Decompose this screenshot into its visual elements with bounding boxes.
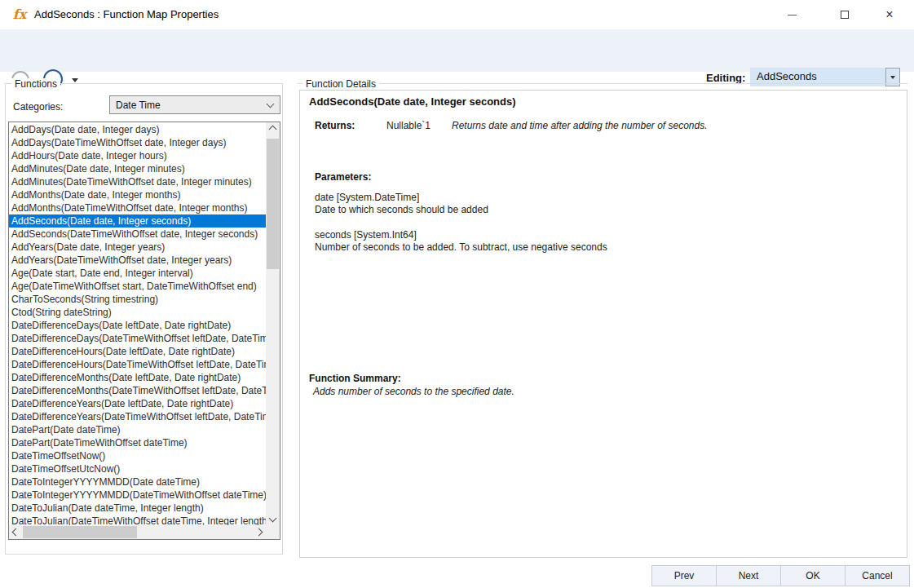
list-item[interactable]: DateTimeOffsetUtcNow() — [9, 462, 266, 475]
list-item[interactable]: DateToIntegerYYYYMMDD(DateTimeWithOffset… — [9, 489, 266, 502]
parameter-declaration: date [System.DateTime] — [315, 192, 899, 204]
list-item[interactable]: AddMinutes(DateTimeWithOffset date, Inte… — [9, 175, 266, 188]
chevron-right-icon — [255, 528, 263, 537]
horizontal-scrollbar[interactable] — [9, 525, 266, 539]
maximize-button[interactable] — [826, 0, 863, 29]
list-item[interactable]: AddMonths(Date date, Integer months) — [9, 188, 266, 201]
forward-dropdown-caret-icon[interactable] — [72, 78, 78, 82]
list-item[interactable]: DateDifferenceMonths(DateTimeWithOffset … — [9, 384, 266, 397]
chevron-left-icon — [12, 528, 20, 537]
window-title: AddSeconds : Function Map Properties — [34, 8, 219, 20]
list-item[interactable]: DateToJulian(Date dateTime, Integer leng… — [9, 502, 266, 515]
details-groupbox-line — [298, 83, 907, 84]
list-item[interactable]: AddHours(Date date, Integer hours) — [9, 149, 266, 162]
list-item[interactable]: DateDifferenceMonths(Date leftDate, Date… — [9, 371, 266, 384]
chevron-up-icon — [269, 126, 277, 134]
function-list: AddDays(Date date, Integer days)AddDays(… — [9, 123, 266, 525]
categories-value: Date Time — [116, 99, 161, 111]
list-item[interactable]: Age(Date start, Date end, Integer interv… — [9, 267, 266, 280]
function-summary-text: Adds number of seconds to the specified … — [313, 386, 514, 397]
list-item[interactable]: AddDays(DateTimeWithOffset date, Integer… — [9, 136, 266, 149]
vertical-scrollbar-thumb[interactable] — [267, 139, 279, 269]
parameter-entry: date [System.DateTime]Date to which seco… — [315, 192, 899, 216]
list-item[interactable]: DateDifferenceDays(Date leftDate, Date r… — [9, 319, 266, 332]
scrollbar-corner — [266, 525, 280, 539]
close-icon: × — [885, 8, 893, 21]
returns-description: Returns date and time after adding the n… — [452, 120, 708, 131]
parameters-list: date [System.DateTime]Date to which seco… — [315, 192, 899, 267]
returns-type: Nullable`1 — [386, 120, 431, 131]
dropdown-arrow-icon — [890, 76, 895, 79]
categories-combobox[interactable]: Date Time — [109, 95, 280, 114]
list-item[interactable]: AddMinutes(Date date, Integer minutes) — [9, 162, 266, 175]
list-item[interactable]: AddMonths(DateTimeWithOffset date, Integ… — [9, 201, 266, 214]
list-item[interactable]: Age(DateTimeWithOffset start, DateTimeWi… — [9, 280, 266, 293]
parameter-description: Date to which seconds should be added — [315, 204, 899, 216]
parameters-label: Parameters: — [315, 171, 371, 183]
list-item[interactable]: DatePart(Date dateTime) — [9, 423, 266, 436]
list-item[interactable]: DateToIntegerYYYYMMDD(Date dateTime) — [9, 475, 266, 489]
ok-button[interactable]: OK — [780, 565, 846, 586]
chevron-down-icon — [269, 515, 277, 523]
vertical-scrollbar[interactable] — [266, 122, 280, 525]
list-item[interactable]: DateDifferenceYears(Date leftDate, Date … — [9, 397, 266, 410]
list-item[interactable]: DateDifferenceYears(DateTimeWithOffset l… — [9, 410, 266, 423]
horizontal-scrollbar-thumb[interactable] — [23, 526, 137, 538]
list-item[interactable]: DateDifferenceHours(Date leftDate, Date … — [9, 345, 266, 358]
function-listbox: AddDays(Date date, Integer days)AddDays(… — [8, 122, 280, 540]
list-item[interactable]: DatePart(DateTimeWithOffset dateTime) — [9, 436, 266, 449]
scroll-up-button[interactable] — [266, 122, 280, 136]
list-item[interactable]: CharToSeconds(String timestring) — [9, 293, 266, 306]
parameter-declaration: seconds [System.Int64] — [315, 229, 899, 241]
cancel-button[interactable]: Cancel — [845, 565, 910, 586]
list-item[interactable]: DateTimeOffsetNow() — [9, 449, 266, 462]
details-group-label: Function Details — [302, 78, 379, 90]
scroll-down-button[interactable] — [266, 511, 280, 525]
function-details-panel: AddSeconds(Date date, Integer seconds) R… — [299, 90, 907, 558]
close-button[interactable]: × — [871, 0, 908, 29]
list-item[interactable]: AddYears(DateTimeWithOffset date, Intege… — [9, 254, 266, 267]
editing-value: AddSeconds — [757, 70, 817, 82]
scroll-left-button[interactable] — [9, 525, 23, 539]
categories-label: Categories: — [13, 101, 63, 113]
minimize-icon — [788, 15, 797, 15]
function-signature: AddSeconds(Date date, Integer seconds) — [309, 95, 516, 108]
next-button[interactable]: Next — [716, 565, 781, 586]
footer-button-bar: PrevNextOKCancel — [651, 565, 910, 586]
list-item[interactable]: DateDifferenceDays(DateTimeWithOffset le… — [9, 332, 266, 345]
function-fx-icon: fx — [11, 6, 29, 24]
function-summary-label: Function Summary: — [309, 373, 401, 384]
returns-label: Returns: — [315, 120, 355, 131]
functions-group-label: Functions — [11, 78, 60, 90]
list-item[interactable]: DateToJulian(DateTimeWithOffset dateTime… — [9, 515, 266, 525]
list-item[interactable]: AddSeconds(Date date, Integer seconds) — [9, 214, 266, 228]
scroll-right-button[interactable] — [252, 525, 266, 539]
editing-label: Editing: — [706, 72, 745, 84]
list-item[interactable]: AddSeconds(DateTimeWithOffset date, Inte… — [9, 228, 266, 241]
chevron-down-icon — [267, 100, 275, 108]
prev-button[interactable]: Prev — [651, 565, 717, 586]
list-item[interactable]: AddDays(Date date, Integer days) — [9, 123, 266, 136]
parameter-description: Number of seconds to be added. To subtra… — [315, 241, 899, 254]
parameter-entry: seconds [System.Int64]Number of seconds … — [315, 229, 899, 254]
maximize-icon — [841, 11, 849, 19]
title-bar: fx AddSeconds : Function Map Properties … — [0, 0, 914, 29]
minimize-button[interactable] — [773, 0, 810, 29]
list-item[interactable]: AddYears(Date date, Integer years) — [9, 241, 266, 254]
list-item[interactable]: Ctod(String dateString) — [9, 306, 266, 319]
list-item[interactable]: DateDifferenceHours(DateTimeWithOffset l… — [9, 358, 266, 371]
toolbar: ← → Editing: AddSeconds — [0, 29, 914, 72]
